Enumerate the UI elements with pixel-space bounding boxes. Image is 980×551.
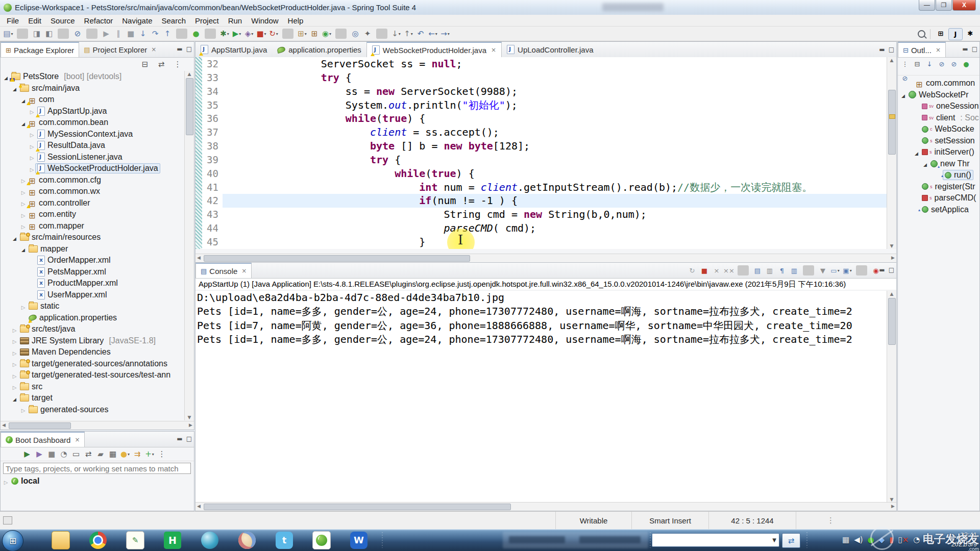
twisty-icon[interactable] [11,347,18,357]
resume-icon[interactable]: ▶▾ [101,28,112,40]
menu-item[interactable]: Search [157,16,190,26]
twisty-icon[interactable] [20,198,27,208]
show-on-output-icon[interactable]: ▥▾ [789,264,800,277]
scrollbar-thumb[interactable] [204,255,470,262]
menu-item[interactable]: Window [247,16,283,26]
sync-tray-icon[interactable]: ◆ [879,534,885,545]
terminate-icon[interactable]: ■▾ [125,28,136,40]
new-class-icon[interactable]: ◉▾ [321,28,332,40]
minimize-view-icon[interactable]: ▬ [879,46,885,53]
tree-item[interactable]: mapper [1,243,185,255]
suspend-icon[interactable]: ∥▾ [113,28,124,40]
twisty-icon[interactable] [29,129,35,139]
step-return-icon[interactable]: ↑▾ [162,28,173,40]
tree-item[interactable]: com.common.bean [1,117,185,129]
console-restart-icon[interactable]: ↻▾ [687,264,698,277]
pin-console-icon[interactable]: ▼▾ [817,264,828,277]
fast-view-icon[interactable] [3,516,12,524]
maximize-view-icon[interactable]: □ [186,435,192,442]
taskbar-running-windows-blur[interactable] [503,532,648,548]
back-icon[interactable]: ←▾ [427,28,438,40]
outline-item[interactable]: s initServer() [898,146,979,158]
scrollbar-thumb[interactable] [9,422,71,429]
tree-item[interactable]: src [1,381,185,393]
new-java-project-icon[interactable]: ⊞▾ [297,28,308,40]
outline-item[interactable]: c WebSocke [898,123,979,135]
twisty-icon[interactable] [11,336,18,345]
taskbar-file-explorer[interactable] [45,530,77,550]
code-line[interactable]: 39 try { [202,153,887,167]
twisty-icon[interactable] [20,210,27,219]
new-package-icon[interactable]: ⊞▾ [309,28,320,40]
close-icon[interactable]: × [151,46,156,53]
code-line[interactable]: 36 while(true) { [202,112,887,126]
app-tray-icon[interactable]: ▮ [889,534,893,545]
hide-local-types-icon[interactable]: ⊘ [900,72,910,84]
twisty-icon[interactable] [913,147,920,157]
tree-item[interactable]: UserMapper.xml [1,289,185,301]
twisty-icon[interactable] [3,477,9,486]
twisty-icon[interactable] [11,370,18,380]
status-menu-icon[interactable]: ⋮ [827,516,835,525]
twisty-icon[interactable] [29,164,35,173]
clear-console-icon[interactable]: ▤▾ [752,264,763,277]
code-line[interactable]: 43 String cmd = new String(b,0,num); [202,208,887,221]
editor-tab[interactable]: application.properties × [272,42,366,57]
hide-fields-icon[interactable]: ⊘ [937,58,946,70]
editor-vscrollbar[interactable]: ▲ ▼ [887,57,896,249]
twisty-icon[interactable] [11,83,18,93]
console-hscrollbar[interactable]: ◀ ▶ [195,502,896,511]
outline-item[interactable]: sv client : Soc [898,112,979,124]
taskbar-twitter[interactable]: t [268,530,300,550]
tree-item[interactable]: JRE System Library [JavaSE-1.8] [1,335,185,347]
scrollbar-thumb[interactable] [186,78,193,135]
tree-item[interactable]: static [1,300,185,312]
code-line[interactable]: 45 } [202,235,887,249]
menu-item[interactable]: Help [283,16,308,26]
bd-edit-icon[interactable]: ▰▾ [95,448,106,460]
outline-item[interactable]: s register(Str [898,181,979,193]
taskbar-wps[interactable]: W [343,530,375,550]
tree-item[interactable]: com [1,94,185,106]
maximize-view-icon[interactable]: □ [186,45,192,53]
close-button[interactable]: X [952,0,976,11]
outline-item[interactable]: com.common [898,78,979,89]
menu-item[interactable]: Refactor [80,16,118,26]
outline-item[interactable]: s parseCMD( [898,192,979,204]
tree-item[interactable]: Maven Dependencies [1,346,185,358]
tab-project-explorer[interactable]: ▤ Project Explorer × [79,42,161,57]
tree-item[interactable]: target/generated-sources/annotations [1,358,185,370]
scrollbar-thumb[interactable] [204,504,511,510]
tree-item[interactable]: SessionListener.java [1,152,185,163]
code-line[interactable]: 40 while(true) { [202,167,887,181]
twisty-icon[interactable] [20,118,27,128]
bd-properties-icon[interactable]: ▦▾ [107,448,118,460]
tree-item[interactable]: com.common.cfg [1,174,185,186]
package-explorer-vscrollbar[interactable]: ▲ ▼ [184,71,194,420]
taskbar-chrome[interactable] [82,530,114,550]
bd-bulb-icon[interactable]: ●▾ [119,448,131,460]
bd-filter-icon[interactable]: ⇉▾ [132,448,143,460]
outline-menu-icon[interactable]: ⋮ [900,58,910,70]
scroll-lock-icon[interactable]: ▥▾ [764,264,775,277]
menu-item[interactable]: Edit [23,16,46,26]
sort-icon[interactable]: ↓ [925,58,934,70]
minimize-view-icon[interactable]: ▬ [177,45,182,53]
code-line[interactable]: 37 client = ss.accept(); [202,126,887,139]
twisty-icon[interactable] [922,159,928,168]
network-meter-tray-icon[interactable]: ◔ [913,534,920,545]
twisty-icon[interactable] [11,359,18,368]
tree-item[interactable]: src/main/resources [1,232,185,243]
taskbar-pc-tools[interactable] [194,530,226,550]
console-output[interactable]: D:\upload\e8a2d4ba-b2ba-4d7c-88ed-d4de34… [195,291,887,503]
start-button[interactable]: ⊞ [2,530,23,551]
bd-add-icon[interactable]: +▾ [144,448,155,460]
taskbar-search-combobox[interactable]: ▼ [652,533,779,547]
twisty-icon[interactable] [11,324,18,334]
editor-tab[interactable]: UpLoadController.java × [502,42,598,57]
volume-tray-icon[interactable]: ◀) [854,534,863,545]
taskbar-hbuilder[interactable]: H [157,530,188,550]
console-terminate-icon[interactable]: ■▾ [699,264,710,277]
spring-boot-icon[interactable]: ●▾ [190,28,202,40]
tree-item[interactable]: target [1,392,185,404]
